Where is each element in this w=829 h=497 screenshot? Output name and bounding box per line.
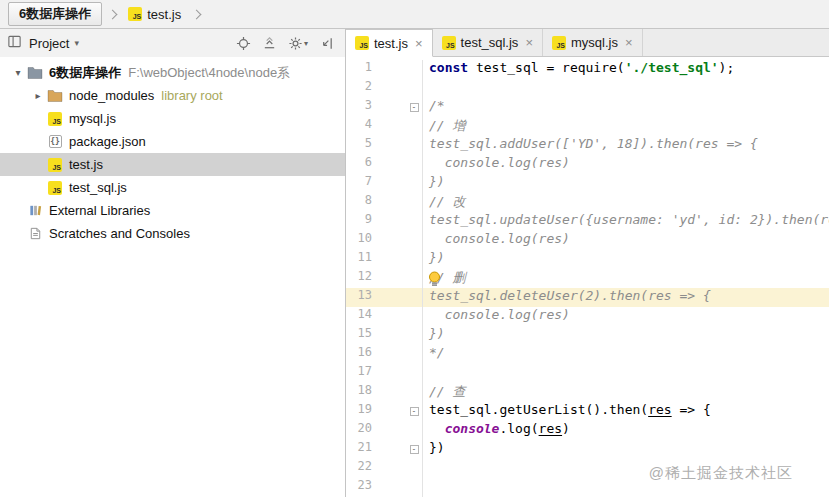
tab-close-icon[interactable]: × xyxy=(415,36,423,51)
editor-line-7[interactable]: 7}) xyxy=(346,174,829,193)
tree-item-test-js[interactable]: JStest.js xyxy=(0,153,345,176)
editor-line-5[interactable]: 5test_sql.addUser(['YD', 18]).then(res =… xyxy=(346,136,829,155)
tree-item-label: 6数据库操作 xyxy=(49,64,121,82)
line-number: 18 xyxy=(346,383,376,402)
code-text: // 改 xyxy=(423,193,829,212)
tree-item-root[interactable]: ▾6数据库操作F:\webObject\4node\node系 xyxy=(0,61,345,84)
chevron-down-icon[interactable]: ▾ xyxy=(74,38,79,48)
gutter-annotation-area xyxy=(376,345,406,364)
tab-close-icon[interactable]: × xyxy=(525,35,533,50)
tree-item-external-libraries[interactable]: External Libraries xyxy=(0,199,345,222)
js-file-icon: JS xyxy=(355,36,369,50)
tree-item-label: test_sql.js xyxy=(69,180,127,195)
code-text: const test_sql = require('./test_sql'); xyxy=(423,60,829,79)
editor-line-2[interactable]: 2 xyxy=(346,79,829,98)
fold-marker-icon[interactable]: - xyxy=(410,407,419,416)
json-icon: {} xyxy=(46,135,64,148)
editor-line-16[interactable]: 16*/ xyxy=(346,345,829,364)
editor-line-20[interactable]: 20 console.log(res) xyxy=(346,421,829,440)
line-number: 9 xyxy=(346,212,376,231)
line-number: 22 xyxy=(346,459,376,478)
editor-line-4[interactable]: 4// 增 xyxy=(346,117,829,136)
tree-item-mysql-js[interactable]: JSmysql.js xyxy=(0,107,345,130)
tab-label: test.js xyxy=(374,36,408,51)
js-file-icon: JS xyxy=(442,36,456,50)
editor-line-21[interactable]: 21-}) xyxy=(346,440,829,459)
fold-column xyxy=(406,60,423,79)
intention-bulb-icon[interactable] xyxy=(428,271,441,287)
breadcrumb-project-label: 6数据库操作 xyxy=(19,5,91,23)
tree-item-test-sql-js[interactable]: JStest_sql.js xyxy=(0,176,345,199)
line-number: 1 xyxy=(346,60,376,79)
editor-line-11[interactable]: 11}) xyxy=(346,250,829,269)
editor-line-12[interactable]: 12// 删 xyxy=(346,269,829,288)
fold-column xyxy=(406,155,423,174)
code-text xyxy=(423,79,829,98)
line-number: 2 xyxy=(346,79,376,98)
navigation-bar: 6数据库操作 JS test.js xyxy=(0,0,829,29)
gutter-annotation-area xyxy=(376,155,406,174)
gutter-annotation-area xyxy=(376,98,406,117)
gutter-annotation-area xyxy=(376,307,406,326)
code-text: test_sql.deleteUser(2).then(res => { xyxy=(423,288,829,307)
editor-line-19[interactable]: 19-test_sql.getUserList().then(res => { xyxy=(346,402,829,421)
js-file-icon: JS xyxy=(128,7,142,21)
line-number: 23 xyxy=(346,478,376,497)
editor-tab-mysql-js[interactable]: JSmysql.js× xyxy=(543,29,643,56)
code-text: console.log(res) xyxy=(423,155,829,174)
tab-label: test_sql.js xyxy=(461,35,519,50)
editor-line-3[interactable]: 3-/* xyxy=(346,98,829,117)
gutter-annotation-area xyxy=(376,269,406,288)
editor-tab-test-js[interactable]: JStest.js× xyxy=(346,29,433,57)
libraries-icon xyxy=(26,203,44,218)
settings-gear-icon[interactable]: ▾ xyxy=(288,36,308,51)
breadcrumb-item-file[interactable]: JS test.js xyxy=(123,5,186,24)
fold-column: - xyxy=(406,402,423,421)
line-number: 5 xyxy=(346,136,376,155)
gutter-annotation-area xyxy=(376,459,406,478)
code-editor[interactable]: 1const test_sql = require('./test_sql');… xyxy=(346,57,829,497)
editor-line-13[interactable]: 13test_sql.deleteUser(2).then(res => { xyxy=(346,288,829,307)
breadcrumb-item-project[interactable]: 6数据库操作 xyxy=(8,2,102,26)
tab-close-icon[interactable]: × xyxy=(625,35,633,50)
watermark: @稀土掘金技术社区 xyxy=(649,464,793,483)
fold-marker-icon[interactable]: - xyxy=(410,445,419,454)
fold-column xyxy=(406,193,423,212)
line-number: 8 xyxy=(346,193,376,212)
editor-line-14[interactable]: 14 console.log(res) xyxy=(346,307,829,326)
line-number: 20 xyxy=(346,421,376,440)
editor-line-15[interactable]: 15}) xyxy=(346,326,829,345)
locate-icon[interactable] xyxy=(236,36,251,51)
code-text: /* xyxy=(423,98,829,117)
editor-line-6[interactable]: 6 console.log(res) xyxy=(346,155,829,174)
tree-item-package-json[interactable]: {}package.json xyxy=(0,130,345,153)
chevron-down-icon: ▾ xyxy=(304,39,308,48)
editor-line-9[interactable]: 9test_sql.updateUser({username: 'yd', id… xyxy=(346,212,829,231)
project-panel-title[interactable]: Project xyxy=(29,36,69,51)
hide-panel-icon[interactable] xyxy=(319,36,334,51)
editor-line-10[interactable]: 10 console.log(res) xyxy=(346,231,829,250)
fold-column xyxy=(406,250,423,269)
tree-item-scratches-and-consoles[interactable]: Scratches and Consoles xyxy=(0,222,345,245)
fold-marker-icon[interactable]: - xyxy=(410,103,419,112)
tree-item-label: package.json xyxy=(69,134,146,149)
line-number: 6 xyxy=(346,155,376,174)
editor-line-1[interactable]: 1const test_sql = require('./test_sql'); xyxy=(346,60,829,79)
scratches-icon xyxy=(26,226,44,241)
editor-tab-test_sql-js[interactable]: JStest_sql.js× xyxy=(433,29,543,56)
folder-library-icon xyxy=(46,89,64,102)
code-text: // 增 xyxy=(423,117,829,136)
tree-item-label: node_modules xyxy=(69,88,154,103)
line-number: 19 xyxy=(346,402,376,421)
editor-line-17[interactable]: 17 xyxy=(346,364,829,383)
fold-column xyxy=(406,421,423,440)
line-number: 4 xyxy=(346,117,376,136)
editor-line-8[interactable]: 8// 改 xyxy=(346,193,829,212)
tree-item-label: Scratches and Consoles xyxy=(49,226,190,241)
collapse-all-icon[interactable] xyxy=(262,36,277,51)
gutter-annotation-area xyxy=(376,440,406,459)
fold-column xyxy=(406,307,423,326)
tool-window-icon xyxy=(7,34,22,52)
editor-line-18[interactable]: 18// 查 xyxy=(346,383,829,402)
tree-item-node-modules[interactable]: ▸node_moduleslibrary root xyxy=(0,84,345,107)
